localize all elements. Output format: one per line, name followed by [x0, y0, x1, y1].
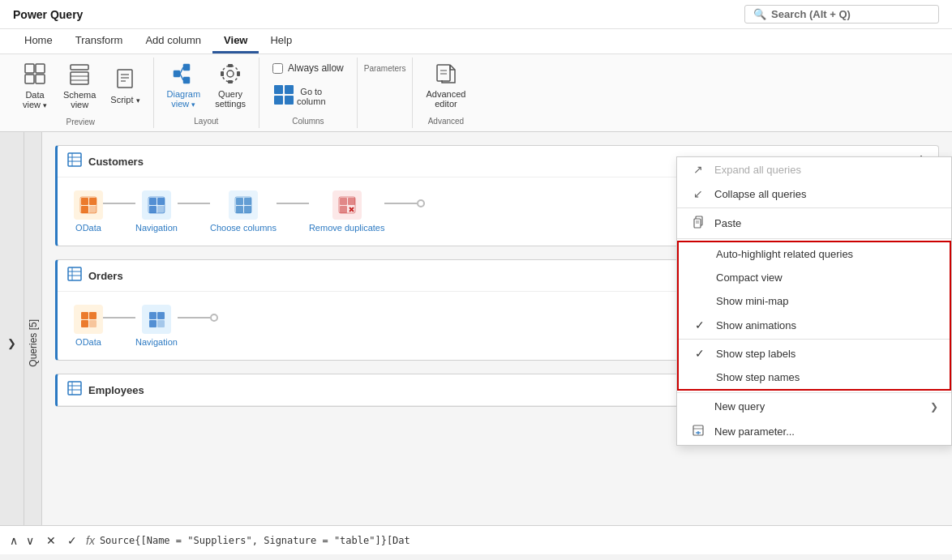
nav1-icon	[142, 190, 171, 220]
show-minimap-item[interactable]: Show mini-map	[679, 289, 950, 313]
svg-rect-72	[157, 320, 165, 327]
nav-up-button[interactable]: ∧	[6, 532, 21, 549]
queries-label: Queries [5]	[28, 319, 39, 367]
employees-title: Employees	[67, 381, 144, 399]
svg-rect-25	[274, 96, 283, 105]
orders-title: Orders	[67, 267, 123, 284]
choose1-icon	[229, 190, 258, 220]
odata1-label: OData	[75, 223, 101, 233]
query-settings-button[interactable]: Querysettings	[208, 59, 252, 112]
svg-rect-38	[81, 206, 88, 213]
step-remove1[interactable]: Remove duplicates	[309, 190, 385, 233]
compact-view-item[interactable]: Compact view	[679, 266, 950, 289]
schema-view-button[interactable]: Schemaview	[57, 60, 102, 113]
new-parameter-label: New parameter...	[714, 425, 795, 438]
svg-rect-26	[285, 96, 294, 105]
svg-rect-56	[340, 206, 347, 213]
search-icon: 🔍	[753, 8, 766, 20]
svg-rect-14	[183, 77, 190, 83]
svg-rect-70	[157, 312, 165, 319]
search-box[interactable]: 🔍 Search (Alt + Q)	[744, 5, 939, 24]
new-query-item[interactable]: New query ❯	[677, 395, 951, 418]
show-minimap-label: Show mini-map	[716, 295, 789, 307]
diagram-view-label: Diagramview ▾	[167, 89, 201, 109]
collapse-all-item[interactable]: ↙ Collapse all queries	[677, 182, 951, 206]
nav2-label: Navigation	[135, 337, 178, 347]
formula-input[interactable]	[100, 535, 946, 546]
step-choose1[interactable]: Choose columns	[210, 190, 277, 233]
context-menu: ↗ Expand all queries ↙ Collapse all quer…	[676, 156, 952, 446]
menu-transform[interactable]: Transform	[64, 29, 135, 53]
svg-rect-30	[68, 153, 81, 166]
svg-rect-45	[157, 206, 165, 213]
svg-line-16	[180, 74, 183, 80]
sidebar-collapse-icon: ❯	[7, 337, 16, 349]
svg-rect-51	[244, 206, 251, 213]
nav2-icon	[142, 305, 171, 334]
step-nav2[interactable]: Navigation	[135, 305, 178, 347]
advanced-editor-button[interactable]: Advancededitor	[419, 59, 472, 112]
query-settings-label: Querysettings	[215, 89, 246, 109]
diagram-view-button[interactable]: Diagramview ▾	[161, 59, 208, 112]
auto-highlight-item[interactable]: Auto-highlight related queries	[679, 242, 950, 266]
ribbon-group-advanced: Advancededitor Advanced	[413, 58, 478, 128]
menu-add-column[interactable]: Add column	[134, 29, 212, 53]
employees-table-icon	[67, 381, 82, 399]
svg-rect-2	[25, 75, 34, 83]
remove1-label: Remove duplicates	[309, 223, 385, 233]
advanced-editor-icon	[435, 62, 457, 88]
go-to-column-button[interactable]: Go tocolumn	[266, 80, 332, 112]
formula-cancel-button[interactable]: ✕	[42, 532, 60, 549]
nav-down-button[interactable]: ∨	[23, 532, 37, 549]
new-parameter-item[interactable]: New parameter...	[677, 418, 951, 445]
paste-label: Paste	[714, 217, 741, 229]
choose1-label: Choose columns	[210, 223, 277, 233]
svg-rect-43	[157, 198, 165, 205]
script-button[interactable]: Script ▾	[104, 65, 146, 108]
show-step-names-item[interactable]: Show step names	[679, 365, 950, 389]
svg-rect-36	[81, 198, 88, 205]
show-animations-check: ✓	[692, 318, 708, 331]
menu-home[interactable]: Home	[13, 29, 64, 53]
menu-help[interactable]: Help	[259, 29, 303, 53]
always-allow-checkbox-area: Always allow	[266, 59, 350, 77]
show-animations-item[interactable]: ✓ Show animations	[679, 313, 950, 337]
step-odata1[interactable]: OData	[74, 190, 103, 233]
svg-rect-66	[81, 320, 88, 327]
svg-rect-49	[244, 198, 251, 205]
preview-group-label: Preview	[15, 116, 147, 128]
go-to-column-label: Go tocolumn	[297, 87, 325, 106]
connector-3	[277, 203, 309, 204]
step-nav1[interactable]: Navigation	[135, 190, 178, 233]
advanced-group-label: Advanced	[419, 115, 472, 127]
svg-rect-50	[236, 206, 243, 213]
expand-all-item[interactable]: ↗ Expand all queries	[677, 157, 951, 182]
show-step-labels-item[interactable]: ✓ Show step labels	[679, 341, 950, 365]
formula-confirm-button[interactable]: ✓	[63, 532, 81, 549]
svg-rect-37	[89, 198, 96, 205]
formula-bar: ∧ ∨ ✕ ✓ fx	[0, 525, 952, 554]
app-title: Power Query	[13, 8, 83, 21]
step-end-1	[417, 199, 425, 207]
ctx-divider-4	[677, 392, 951, 393]
sidebar-toggle[interactable]: ❯	[0, 132, 24, 554]
svg-rect-59	[68, 267, 81, 280]
script-icon	[115, 68, 135, 93]
svg-point-18	[222, 66, 238, 82]
always-allow-checkbox[interactable]	[272, 63, 283, 74]
layout-group-label: Layout	[161, 115, 253, 127]
compact-view-label: Compact view	[716, 271, 783, 284]
svg-rect-21	[221, 71, 224, 76]
menu-view[interactable]: View	[212, 29, 259, 53]
connector-5	[103, 317, 135, 318]
svg-rect-0	[25, 64, 34, 73]
show-animations-label: Show animations	[716, 319, 796, 331]
step-odata2[interactable]: OData	[74, 305, 103, 347]
connector-4	[384, 203, 417, 204]
svg-rect-64	[81, 312, 88, 319]
data-view-button[interactable]: Dataview ▾	[15, 59, 55, 113]
svg-rect-20	[228, 80, 233, 83]
paste-item[interactable]: Paste	[677, 210, 951, 237]
formula-controls: ✕ ✓	[42, 532, 81, 549]
svg-rect-3	[36, 75, 45, 83]
